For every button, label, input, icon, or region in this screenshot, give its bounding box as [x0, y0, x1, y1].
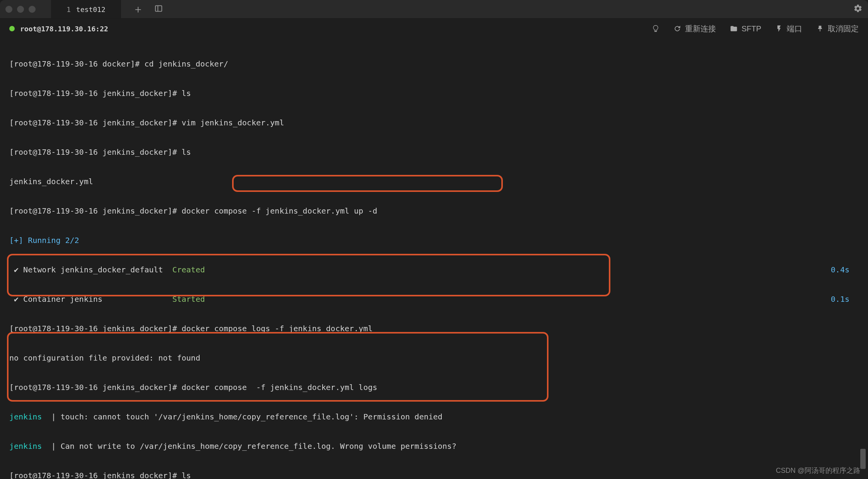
tab-number: 1: [67, 5, 71, 14]
connection-actions: 重新连接 SFTP 端口 取消固定: [652, 24, 859, 34]
minimize-window-button[interactable]: [17, 6, 24, 13]
tab-test012[interactable]: 1 test012: [51, 0, 121, 18]
tab-bar-actions: ＋: [133, 2, 163, 17]
title-bar: 1 test012 ＋: [0, 0, 868, 19]
connection-bar: root@178.119.30.16:22 重新连接 SFTP 端口 取消固定: [0, 19, 868, 39]
reconnect-button[interactable]: 重新连接: [673, 24, 716, 34]
reconnect-label: 重新连接: [685, 24, 716, 34]
scrollbar-thumb[interactable]: [860, 449, 866, 469]
watermark-text: CSDN @阿汤哥的程序之路: [776, 466, 860, 475]
settings-button[interactable]: [853, 4, 863, 15]
sftp-label: SFTP: [742, 24, 761, 33]
svg-rect-0: [155, 5, 162, 11]
port-label: 端口: [787, 24, 802, 34]
maximize-window-button[interactable]: [29, 6, 36, 13]
unpin-button[interactable]: 取消固定: [816, 24, 859, 34]
hint-button[interactable]: [652, 25, 660, 33]
unpin-label: 取消固定: [828, 24, 859, 34]
sftp-button[interactable]: SFTP: [730, 24, 761, 33]
new-tab-button[interactable]: ＋: [133, 2, 144, 17]
port-button[interactable]: 端口: [775, 24, 802, 34]
close-window-button[interactable]: [5, 6, 12, 13]
terminal-output[interactable]: [root@178-119-30-16 docker]# cd jenkins_…: [0, 39, 868, 479]
window-traffic-lights: [5, 6, 36, 13]
connection-address: root@178.119.30.16:22: [20, 25, 108, 33]
connection-status-indicator: [9, 26, 15, 31]
split-view-button[interactable]: [154, 4, 163, 14]
tab-title: test012: [76, 5, 106, 14]
